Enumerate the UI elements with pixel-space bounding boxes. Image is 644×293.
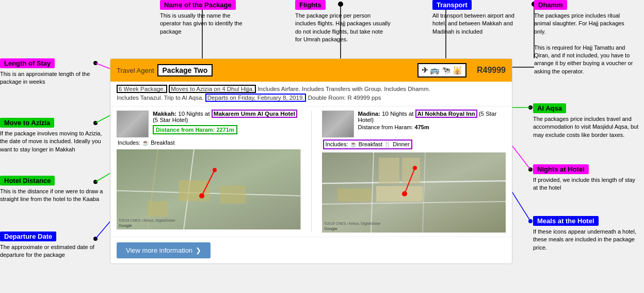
annotation-label-al-aqsa: Al Aqsa [533,103,566,113]
svg-point-24 [528,219,533,223]
madina-city: Madina: [358,111,380,117]
madina-nights: 10 Nights at [382,111,415,117]
desc-date-highlight: Departs on Friday, February 8, 2019. [205,94,307,102]
annotation-desc-hotel-distance: This is the distance if one were to draw… [0,188,103,204]
annotation-desc-move-azizia: If the package involves moving to Azizia… [0,130,103,153]
madina-distance: Distance from Haram: 475m [358,124,506,130]
annotation-label-meals-at-hotel: Meals at the Hotel [533,216,599,226]
annotation-desc-al-aqsa: The packages price includes travel and a… [533,115,641,139]
annotation-desc-meals-at-hotel: If these icons appear underneath a hotel… [533,228,641,252]
makkah-breakfast-icon: ☕ [142,140,149,146]
annotation-desc-transport: All transport between airport and hotel,… [432,12,523,36]
madina-map: Google ©2019 CNES / Airbus, DigitalGlobe [322,152,506,233]
annotation-desc-departure-date: The approximate or estimated date of dep… [0,243,103,259]
svg-text:Google: Google [119,223,132,228]
svg-point-21 [528,167,533,172]
svg-point-49 [402,191,407,196]
svg-text:Google: Google [324,226,337,231]
annotation-desc-package-name: This is usually the name the operator ha… [160,12,248,36]
makkah-hotel-thumb [117,111,149,137]
svg-rect-33 [220,186,246,204]
makkah-stars: (5 Star Hotel) [153,117,188,123]
animal-icon: 🐄 [441,66,451,75]
svg-text:©2019 CNES / Airbus, DigitalGl: ©2019 CNES / Airbus, DigitalGlobe [119,219,175,223]
annotation-label-nights-at-hotel: Nights at Hotel [533,164,589,174]
annotation-label-length-of-stay: Length of Stay [0,58,55,68]
desc-azizia-highlight: Moves to Azizia on 4 Dhul Hijja. [169,85,256,93]
view-more-section: View more information ❯ [110,237,512,264]
annotation-label-package-name: Name of the Package [160,0,236,10]
makkah-breakfast-label: Breakfast [151,140,174,146]
svg-rect-46 [402,158,420,183]
madina-breakfast-icon: ☕ [350,141,357,147]
madina-map-svg: Google ©2019 CNES / Airbus, DigitalGlobe [322,152,506,233]
svg-point-35 [199,193,204,198]
makkah-hotel-info: Makkah: 10 Nights at Makarem Umm Al Qura… [153,111,301,134]
annotation-desc-flights: The package price per person includes fl… [295,12,391,44]
desc-tanazul: Includes Tanazul. Trip to Al Aqsa. [117,95,204,101]
annotation-label-move-azizia: Move to Azizia [0,118,54,128]
makkah-map: Google ©2019 CNES / Airbus, DigitalGlobe [117,149,301,229]
annotation-desc-dhamm: The packages price includes ritual anima… [534,12,637,75]
madina-dinner-label: Dinner [393,141,409,147]
annotation-desc-length-of-stay: This is an approximate length of the pac… [0,70,103,86]
makkah-nights: 10 Nights at [178,111,212,117]
view-more-button[interactable]: View more information ❯ [117,242,211,258]
annotation-label-dhamm: Dhamm [534,0,567,10]
hotels-section: Makkah: 10 Nights at Makarem Umm Al Qura… [110,106,512,237]
svg-rect-32 [148,201,168,217]
makkah-map-svg: Google ©2019 CNES / Airbus, DigitalGlobe [117,149,301,229]
annotation-label-transport: Transport [432,0,472,10]
madina-fork-icon: 🍴 [384,141,391,147]
package-name-box: Package Two [157,64,213,76]
madina-hotel-block: Madina: 10 Nights at Al Nokhba Royal Inn… [322,111,506,233]
makkah-hotel-block: Makkah: 10 Nights at Makarem Umm Al Qura… [117,111,301,233]
bus-icon: 🚌 [430,66,440,75]
makkah-hotel-name: Makarem Umm Al Qura Hotel [212,110,297,118]
desc-week-highlight: 6 Week Package. [117,85,167,93]
makkah-includes-label: Includes: [118,140,142,146]
svg-text:©2019 CNES / Airbus, DigitalGl: ©2019 CNES / Airbus, DigitalGlobe [324,222,381,226]
madina-breakfast-label: Breakfast [359,141,382,147]
desc-airfare: Includes Airfare. Includes Transfers wit… [257,86,430,92]
annotation-label-hotel-distance: Hotel Distance [0,176,55,186]
madina-hotel-name: Al Nokhba Royal Inn [415,110,477,118]
view-more-arrow-icon: ❯ [196,246,201,254]
package-price: R49999 [477,66,506,75]
svg-rect-47 [337,189,371,202]
annotation-label-flights: Flights [295,0,326,10]
annotation-desc-nights-at-hotel: If provided, we include this length of s… [533,176,641,192]
main-package-card: Travel Agent Package Two ✈ 🚌 🐄 🕌 R49999 … [110,58,512,264]
annotation-label-departure-date: Departure Date [0,232,56,241]
madina-hotel-info: Madina: 10 Nights at Al Nokhba Royal Inn… [358,111,506,130]
svg-point-36 [213,168,217,172]
madina-hotel-thumb [322,111,354,137]
mosque-icon: 🕌 [453,66,462,75]
svg-rect-44 [376,186,423,202]
travel-agent-label: Travel Agent [117,67,154,74]
svg-point-18 [528,105,533,110]
svg-rect-45 [379,158,399,183]
package-icons-box: ✈ 🚌 🐄 🕌 [417,63,466,78]
desc-room: Double Room: R 49999 pps [308,95,381,101]
flight-icon: ✈ [422,66,428,75]
package-description: 6 Week Package. Moves to Azizia on 4 Dhu… [110,82,512,106]
madina-includes-label: Includes: ☕ Breakfast 🍴 Dinner [323,140,412,149]
package-header: Travel Agent Package Two ✈ 🚌 🐄 🕌 R49999 [110,59,512,82]
svg-point-50 [413,166,417,170]
makkah-city: Makkah: [153,111,176,117]
makkah-distance: Distance from Haram: 2271m [153,125,237,134]
